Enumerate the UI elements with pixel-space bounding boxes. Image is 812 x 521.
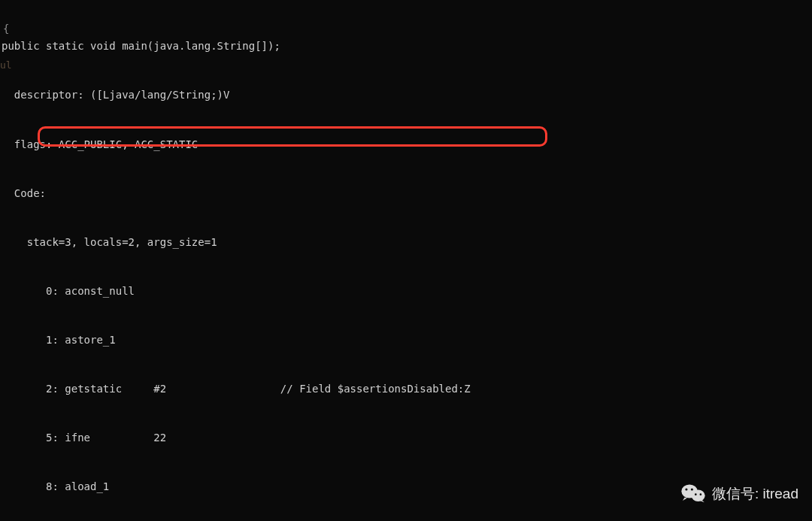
watermark-value: itread <box>762 486 798 501</box>
gutter-ul: ul <box>0 58 12 73</box>
gutter-brace: { <box>3 21 9 38</box>
code-line: 1: astore_1 <box>0 332 812 349</box>
code-line: public static void main(java.lang.String… <box>0 38 812 55</box>
svg-point-2 <box>685 489 687 491</box>
code-line: 5: ifne 22 <box>0 430 812 447</box>
code-line: stack=3, locals=2, args_size=1 <box>0 235 812 251</box>
code-line: flags: ACC_PUBLIC, ACC_STATIC <box>0 137 812 153</box>
watermark-label: 微信号: itread <box>712 483 798 504</box>
wechat-icon <box>680 483 706 504</box>
watermark: 微信号: itread <box>680 483 798 504</box>
code-line-highlighted: 2: getstatic #2 // Field $assertionsDisa… <box>0 381 812 398</box>
code-text: public static void main(java.lang.String… <box>2 38 280 55</box>
watermark-prefix: 微信号: <box>712 486 759 501</box>
code-text: stack=3, locals=2, args_size=1 <box>2 235 217 251</box>
code-text: Code: <box>2 186 46 202</box>
code-text: descriptor: ([Ljava/lang/String;)V <box>2 87 229 104</box>
svg-point-1 <box>691 490 704 502</box>
code-text: flags: ACC_PUBLIC, ACC_STATIC <box>2 137 198 153</box>
code-line: Code: <box>0 186 812 202</box>
code-text: 5: ifne 22 <box>2 430 166 447</box>
svg-point-5 <box>699 494 701 496</box>
code-line: 0: aconst_null <box>0 283 812 300</box>
svg-point-4 <box>695 494 697 496</box>
code-text: 0: aconst_null <box>2 283 135 300</box>
svg-point-3 <box>691 489 693 491</box>
code-text: 1: astore_1 <box>2 332 116 349</box>
code-text: 2: getstatic #2 // Field $assertionsDisa… <box>2 381 471 398</box>
code-text: 8: aload_1 <box>2 479 109 495</box>
bytecode-listing: public static void main(java.lang.String… <box>0 0 812 521</box>
code-line: descriptor: ([Ljava/lang/String;)V <box>0 87 812 104</box>
